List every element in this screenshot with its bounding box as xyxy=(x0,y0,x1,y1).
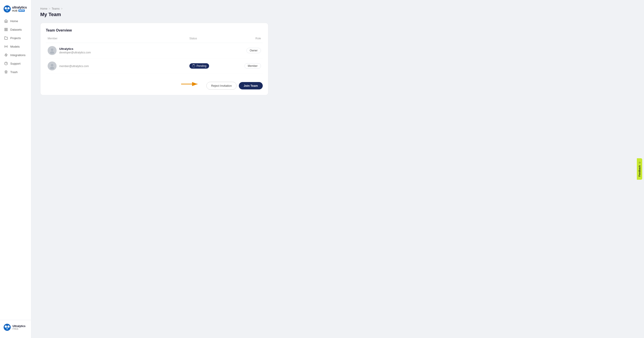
svg-point-19 xyxy=(50,67,54,69)
avatar-1 xyxy=(48,46,56,55)
integrations-icon xyxy=(4,53,8,57)
pending-badge: Pending xyxy=(190,63,209,69)
feedback-tab[interactable]: Feedback ☺ xyxy=(637,158,642,180)
svg-point-14 xyxy=(8,326,10,328)
table-row: Ultralytics developer@ultralytics.com Ow… xyxy=(46,43,263,58)
status-cell-2: Pending xyxy=(190,63,225,69)
sidebar-item-datasets-label: Datasets xyxy=(10,28,22,31)
sidebar-item-datasets[interactable]: Datasets xyxy=(2,26,29,34)
beta-badge: BETA xyxy=(18,10,25,12)
member-email-1: developer@ultralytics.com xyxy=(59,51,91,54)
sidebar-item-integrations-label: Integrations xyxy=(10,54,26,57)
breadcrumb-home[interactable]: Home xyxy=(40,7,48,10)
sidebar-item-trash[interactable]: Trash xyxy=(2,68,29,76)
table-row: member@ultralytics.com Pending Member xyxy=(46,58,263,74)
sidebar-item-projects[interactable]: Projects xyxy=(2,34,29,42)
home-icon xyxy=(4,19,8,23)
pending-label: Pending xyxy=(196,64,206,68)
main-content: Home > Teams > My Team Team Overview Mem… xyxy=(31,0,644,338)
member-email-2: member@ultralytics.com xyxy=(59,64,89,68)
svg-point-8 xyxy=(6,46,6,47)
user-info[interactable]: Ultralytics FREE xyxy=(4,324,28,331)
sidebar: ultralytics HUB BETA Home Datasets xyxy=(0,0,31,338)
arrow-icon xyxy=(180,81,200,88)
svg-point-12 xyxy=(4,324,11,331)
breadcrumb: Home > Teams > xyxy=(40,7,635,10)
page-title: My Team xyxy=(40,12,635,18)
svg-point-18 xyxy=(51,64,53,66)
role-cell-2: Member xyxy=(225,63,261,69)
sidebar-bottom: Ultralytics FREE xyxy=(0,320,31,334)
role-cell-1: Owner xyxy=(225,48,261,53)
user-plan: FREE xyxy=(12,328,26,330)
svg-rect-4 xyxy=(5,28,6,29)
svg-point-13 xyxy=(5,326,7,328)
sidebar-item-trash-label: Trash xyxy=(10,70,18,74)
svg-marker-9 xyxy=(5,54,8,56)
feedback-label: Feedback xyxy=(638,165,641,176)
action-row: Reject Invitation Join Team xyxy=(46,78,263,90)
arrow-annotation xyxy=(180,81,200,88)
pending-spinner-icon xyxy=(192,64,195,68)
col-role: Role xyxy=(225,37,261,40)
feedback-icon: ☺ xyxy=(638,162,641,164)
projects-icon xyxy=(4,36,8,40)
role-badge-1: Owner xyxy=(246,48,261,53)
svg-point-1 xyxy=(5,7,7,10)
ultralytics-logo-icon xyxy=(4,5,11,12)
sidebar-item-support[interactable]: Support xyxy=(2,60,29,68)
svg-point-16 xyxy=(51,48,53,51)
sidebar-item-home-label: Home xyxy=(10,20,18,23)
card-title: Team Overview xyxy=(46,28,263,32)
member-info-1: Ultralytics developer@ultralytics.com xyxy=(48,46,190,55)
logo: ultralytics HUB BETA xyxy=(0,4,31,17)
sidebar-item-integrations[interactable]: Integrations xyxy=(2,51,29,59)
sidebar-item-models[interactable]: Models xyxy=(2,42,29,50)
svg-point-3 xyxy=(6,10,8,11)
role-badge-2: Member xyxy=(244,63,261,69)
trash-icon xyxy=(4,70,8,74)
user-name: Ultralytics xyxy=(12,324,26,328)
logo-name: ultralytics xyxy=(12,6,27,9)
svg-point-17 xyxy=(50,52,54,54)
svg-rect-6 xyxy=(6,30,8,31)
models-icon xyxy=(4,44,8,48)
table-header: Member Status Role xyxy=(46,37,263,43)
avatar xyxy=(4,324,11,331)
avatar-2 xyxy=(48,62,56,70)
reject-invitation-button[interactable]: Reject Invitation xyxy=(206,82,236,90)
sidebar-item-support-label: Support xyxy=(10,62,20,65)
col-status: Status xyxy=(190,37,225,40)
svg-rect-5 xyxy=(6,28,8,29)
col-member: Member xyxy=(48,37,190,40)
team-overview-card: Team Overview Member Status Role Ultraly… xyxy=(40,23,268,95)
logo-hub: HUB xyxy=(12,10,18,12)
datasets-icon xyxy=(4,28,8,32)
sidebar-item-models-label: Models xyxy=(10,45,20,48)
svg-point-0 xyxy=(4,5,11,12)
member-name-1: Ultralytics xyxy=(59,47,91,50)
sidebar-item-projects-label: Projects xyxy=(10,36,21,40)
svg-point-15 xyxy=(6,328,8,330)
svg-point-2 xyxy=(8,7,10,10)
join-team-button[interactable]: Join Team xyxy=(239,82,263,90)
support-icon xyxy=(4,62,8,66)
member-info-2: member@ultralytics.com xyxy=(48,62,190,70)
svg-rect-7 xyxy=(5,30,6,31)
sidebar-item-home[interactable]: Home xyxy=(2,17,29,25)
sidebar-nav: Home Datasets Projects Models xyxy=(0,17,31,320)
breadcrumb-teams[interactable]: Teams xyxy=(52,7,60,10)
